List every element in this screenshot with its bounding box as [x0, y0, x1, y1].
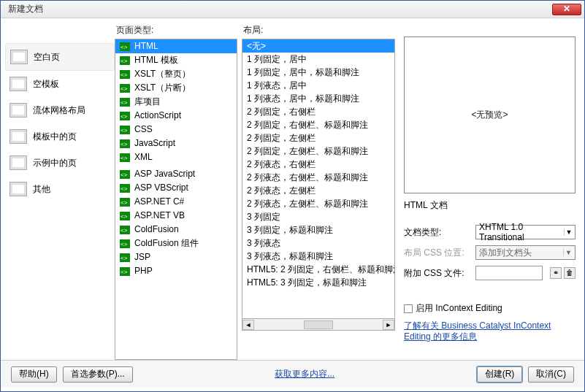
page-type-item[interactable]: JavaScript: [115, 137, 237, 150]
file-type-icon: [120, 184, 130, 193]
sidebar-item-sample-page[interactable]: 示例中的页: [5, 150, 115, 176]
page-icon: [10, 50, 28, 64]
help-button[interactable]: 帮助(H): [11, 366, 57, 383]
preferences-button[interactable]: 首选参数(P)...: [63, 366, 133, 383]
file-type-icon: [120, 212, 130, 220]
file-type-icon: [120, 126, 130, 134]
doctype-dropdown[interactable]: XHTML 1.0 Transitional▼: [475, 225, 576, 239]
page-type-list[interactable]: HTMLHTML 模板XSLT（整页）XSLT（片断）库项目ActionScri…: [115, 39, 237, 360]
sidebar-item-fluid-grid[interactable]: 流体网格布局: [5, 97, 115, 123]
sidebar-item-other[interactable]: 其他: [5, 176, 115, 202]
file-type-icon: [120, 267, 130, 276]
layout-item[interactable]: HTML5: 3 列固定，标题和脚注: [242, 276, 394, 289]
window-title: 新建文档: [4, 3, 43, 15]
chevron-down-icon: ▼: [563, 249, 573, 256]
page-type-item[interactable]: ColdFusion: [115, 223, 237, 237]
layout-item[interactable]: <无>: [242, 39, 394, 53]
layout-item[interactable]: 3 列液态，标题和脚注: [242, 250, 394, 263]
no-preview-text: <无预览>: [471, 109, 508, 121]
other-icon: [9, 182, 27, 196]
page-type-item[interactable]: ASP VBScript: [115, 181, 237, 195]
sidebar-label: 模板中的页: [33, 131, 77, 143]
layout-item[interactable]: 2 列固定，左侧栏: [242, 131, 394, 145]
sidebar-label: 其他: [33, 183, 50, 196]
layout-item[interactable]: 2 列液态，右侧栏: [242, 158, 394, 171]
css-position-dropdown: 添加到文档头▼: [475, 245, 576, 260]
incontext-checkbox[interactable]: [404, 304, 413, 313]
preview-area: <无预览>: [404, 36, 576, 193]
layout-item[interactable]: 2 列液态，左侧栏、标题和脚注: [242, 197, 394, 210]
layout-item[interactable]: 2 列固定，右侧栏: [242, 105, 394, 118]
link-css-icon[interactable]: ⚭: [550, 267, 562, 279]
page-type-item[interactable]: ASP JavaScript: [115, 167, 237, 181]
grid-icon: [9, 103, 27, 118]
file-type-icon: [120, 56, 130, 65]
page-type-item[interactable]: CSS: [115, 123, 237, 137]
page-type-item[interactable]: 库项目: [115, 95, 237, 109]
sidebar-label: 流体网格布局: [33, 104, 85, 117]
page-type-item[interactable]: HTML 模板: [115, 53, 237, 67]
layout-item[interactable]: 2 列固定，左侧栏、标题和脚注: [242, 145, 394, 158]
page-type-item[interactable]: JSP: [115, 250, 237, 264]
page-type-item[interactable]: XML: [115, 150, 237, 164]
template-icon: [9, 77, 27, 91]
layout-item[interactable]: 3 列固定: [242, 210, 394, 223]
layout-item[interactable]: HTML5: 2 列固定，右侧栏、标题和脚注: [242, 263, 394, 276]
file-type-icon: [120, 198, 130, 207]
layout-item[interactable]: 1 列液态，居中，标题和脚注: [242, 92, 394, 105]
cancel-button[interactable]: 取消(C): [528, 366, 574, 383]
sidebar-item-blank-template[interactable]: 空模板: [5, 71, 115, 97]
doctype-label: 文档类型:: [404, 226, 471, 239]
sidebar-item-blank-page[interactable]: 空白页: [5, 43, 115, 71]
category-sidebar: 空白页 空模板 流体网格布局 模板中的页 示例中的页 其他: [5, 23, 115, 360]
layout-item[interactable]: 1 列固定，居中，标题和脚注: [242, 66, 394, 79]
layout-header: 布局:: [242, 23, 395, 39]
close-button[interactable]: ✕: [552, 4, 581, 15]
preview-caption: HTML 文档: [404, 199, 576, 212]
get-more-link[interactable]: 获取更多内容...: [275, 368, 334, 380]
incontext-label: 启用 InContext Editing: [416, 302, 502, 315]
layout-item[interactable]: 2 列固定，右侧栏、标题和脚注: [242, 118, 394, 131]
sidebar-label: 空模板: [33, 78, 59, 91]
template-page-icon: [9, 129, 27, 144]
sample-icon: [9, 155, 27, 170]
scroll-left-button[interactable]: ◄: [242, 320, 254, 330]
file-type-icon: [120, 239, 130, 248]
chevron-down-icon: ▼: [564, 228, 573, 236]
file-type-icon: [120, 70, 130, 79]
page-type-item[interactable]: XSLT（片断）: [115, 81, 237, 95]
page-type-item[interactable]: XSLT（整页）: [115, 67, 237, 81]
layout-item[interactable]: 2 列液态，右侧栏、标题和脚注: [242, 171, 394, 184]
sidebar-item-template-page[interactable]: 模板中的页: [5, 123, 115, 150]
file-type-icon: [120, 170, 130, 179]
file-type-icon: [120, 139, 130, 148]
layout-list[interactable]: <无>1 列固定，居中1 列固定，居中，标题和脚注1 列液态，居中1 列液态，居…: [242, 39, 395, 319]
sidebar-label: 示例中的页: [33, 157, 77, 169]
file-type-icon: [120, 226, 130, 234]
layout-item[interactable]: 2 列液态，左侧栏: [242, 184, 394, 197]
page-type-item[interactable]: ASP.NET VB: [115, 209, 237, 223]
file-type-icon: [120, 253, 130, 262]
page-type-item[interactable]: ASP.NET C#: [115, 195, 237, 209]
scroll-right-button[interactable]: ►: [383, 320, 394, 330]
file-type-icon: [120, 42, 130, 51]
page-type-item[interactable]: ActionScript: [115, 109, 237, 123]
layout-item[interactable]: 3 列固定，标题和脚注: [242, 223, 394, 237]
file-type-icon: [120, 153, 130, 162]
page-type-item[interactable]: ColdFusion 组件: [115, 237, 237, 250]
create-button[interactable]: 创建(R): [477, 366, 523, 383]
attach-css-input[interactable]: [475, 266, 543, 280]
page-type-item[interactable]: PHP: [115, 264, 237, 278]
attach-css-label: 附加 CSS 文件:: [404, 267, 471, 280]
layout-item[interactable]: 1 列液态，居中: [242, 79, 394, 92]
sidebar-label: 空白页: [34, 51, 60, 64]
horizontal-scrollbar[interactable]: ◄ ►: [242, 319, 395, 331]
file-type-icon: [120, 98, 130, 107]
incontext-link[interactable]: 了解有关 Business Catalyst InContext Editing…: [404, 320, 576, 342]
layout-item[interactable]: 3 列液态: [242, 237, 394, 250]
page-type-item[interactable]: HTML: [115, 39, 237, 53]
scroll-thumb[interactable]: [304, 320, 333, 329]
layout-item[interactable]: 1 列固定，居中: [242, 53, 394, 66]
file-type-icon: [120, 84, 130, 93]
remove-css-icon[interactable]: 🗑: [564, 267, 576, 279]
